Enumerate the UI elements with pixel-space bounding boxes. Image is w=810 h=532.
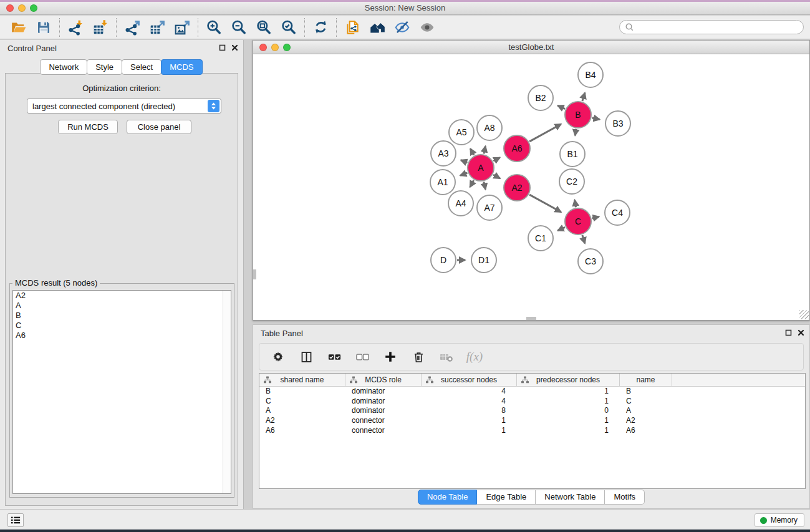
show-columns-button[interactable]	[297, 348, 315, 365]
edge-B-B1[interactable]	[575, 129, 576, 136]
zoom-selected-button[interactable]	[276, 17, 301, 37]
tab-network[interactable]: Network	[40, 59, 87, 75]
float-panel-icon[interactable]	[785, 329, 792, 336]
edge-B-B2[interactable]	[557, 105, 565, 109]
edge-C-C4[interactable]	[592, 217, 599, 219]
node-B[interactable]: B	[565, 102, 591, 128]
edge-A-A5[interactable]	[470, 148, 474, 155]
node-A2[interactable]: A2	[504, 175, 530, 201]
edge-C-C2[interactable]	[575, 200, 576, 208]
column-header-shared-name[interactable]: shared name	[259, 374, 345, 386]
node-B2[interactable]: B2	[528, 85, 553, 110]
node-B1[interactable]: B1	[560, 142, 585, 167]
table-row[interactable]: A6connector11A6	[259, 426, 805, 436]
result-item[interactable]: A6	[13, 331, 231, 341]
search-box[interactable]	[619, 20, 804, 34]
network-canvas[interactable]: B4B2BB3A8A5A6A3B1AC2A1A2A4A7C4CC1DD1C3	[253, 54, 809, 320]
result-item[interactable]: C	[13, 321, 231, 331]
edge-A2-C[interactable]	[529, 195, 561, 212]
canvas-horizontal-scrollbar[interactable]	[526, 317, 536, 320]
export-table-button[interactable]	[145, 17, 170, 37]
function-builder-button[interactable]: f(x)	[466, 348, 483, 365]
tab-network-table[interactable]: Network Table	[536, 490, 605, 505]
node-B4[interactable]: B4	[578, 62, 603, 87]
table-row[interactable]: Bdominator41B	[259, 387, 805, 397]
node-B3[interactable]: B3	[605, 111, 630, 136]
result-scrollbar[interactable]	[223, 291, 231, 493]
show-hide-button[interactable]	[415, 17, 440, 37]
edge-A-A1[interactable]	[460, 173, 467, 175]
memory-button[interactable]: Memory	[755, 513, 804, 527]
edge-B-B4[interactable]	[582, 93, 585, 101]
import-network-button[interactable]	[63, 17, 88, 37]
edge-A-A7[interactable]	[484, 181, 486, 189]
open-session-button[interactable]	[6, 17, 31, 37]
close-window-button[interactable]	[6, 4, 14, 12]
tab-edge-table[interactable]: Edge Table	[477, 490, 536, 505]
node-A5[interactable]: A5	[449, 120, 474, 145]
node-A4[interactable]: A4	[448, 191, 473, 216]
edge-A-A4[interactable]	[470, 180, 474, 187]
save-session-button[interactable]	[31, 17, 56, 37]
delete-table-button[interactable]	[438, 348, 455, 365]
zoom-fit-button[interactable]	[251, 17, 276, 37]
column-header-predecessor-nodes[interactable]: predecessor nodes	[517, 374, 620, 386]
result-item[interactable]: A	[13, 301, 231, 311]
result-item[interactable]: A2	[13, 291, 231, 301]
node-A[interactable]: A	[468, 155, 494, 181]
node-D[interactable]: D	[431, 248, 456, 273]
edge-B-B3[interactable]	[592, 118, 599, 120]
close-panel-icon[interactable]	[231, 44, 238, 51]
node-A8[interactable]: A8	[477, 115, 502, 140]
close-panel-button[interactable]: Close panel	[127, 120, 191, 134]
node-A7[interactable]: A7	[477, 195, 502, 220]
add-column-button[interactable]	[382, 348, 399, 365]
column-header-successor-nodes[interactable]: successor nodes	[422, 374, 517, 386]
node-C[interactable]: C	[565, 208, 591, 235]
edge-A6-B[interactable]	[529, 124, 561, 142]
mcds-result-list[interactable]: A2ABCA6	[12, 290, 231, 494]
network-window-titlebar[interactable]: testGlobe.txt	[253, 41, 809, 54]
export-image-button[interactable]	[170, 17, 195, 37]
resize-grip[interactable]	[799, 310, 809, 319]
edge-A-A6[interactable]	[493, 158, 499, 162]
zoom-out-button[interactable]	[226, 17, 251, 37]
tab-motifs[interactable]: Motifs	[605, 490, 645, 505]
close-view-button[interactable]	[259, 44, 267, 51]
node-A3[interactable]: A3	[431, 141, 456, 166]
table-row[interactable]: Adominator80A	[259, 406, 805, 416]
delete-column-button[interactable]	[410, 348, 427, 365]
import-table-button[interactable]	[88, 17, 113, 37]
tab-style[interactable]: Style	[87, 59, 122, 75]
export-network-button[interactable]	[120, 17, 145, 37]
node-A6[interactable]: A6	[504, 135, 530, 162]
table-row[interactable]: Cdominator41C	[259, 397, 805, 407]
close-panel-icon[interactable]	[798, 329, 804, 336]
clone-network-button[interactable]	[340, 17, 365, 37]
edge-A-A2[interactable]	[493, 175, 500, 178]
toggle-style-button[interactable]	[390, 17, 415, 37]
search-input[interactable]	[637, 23, 798, 32]
result-item[interactable]: B	[13, 311, 231, 321]
canvas-vertical-scrollbar[interactable]	[253, 269, 256, 279]
edge-C-C1[interactable]	[557, 227, 565, 230]
table-settings-button[interactable]	[269, 348, 287, 365]
run-mcds-button[interactable]: Run MCDS	[58, 120, 118, 134]
node-A1[interactable]: A1	[430, 170, 455, 195]
criterion-select[interactable]: largest connected component (directed)	[27, 99, 221, 114]
table-row[interactable]: A2connector11A2	[259, 416, 805, 426]
zoom-in-button[interactable]	[201, 17, 226, 37]
home-views-button[interactable]	[365, 17, 390, 37]
zoom-window-button[interactable]	[30, 4, 37, 12]
column-header-mcds-role[interactable]: MCDS role	[345, 374, 422, 386]
task-history-button[interactable]	[7, 513, 24, 527]
float-panel-icon[interactable]	[219, 44, 226, 51]
edge-A-A8[interactable]	[484, 146, 486, 153]
node-C2[interactable]: C2	[559, 169, 584, 194]
edge-A-A3[interactable]	[461, 160, 468, 163]
select-all-rows-button[interactable]	[325, 348, 343, 365]
node-C3[interactable]: C3	[578, 249, 603, 274]
node-D1[interactable]: D1	[471, 248, 496, 273]
tab-mcds[interactable]: MCDS	[161, 59, 202, 75]
minimize-window-button[interactable]	[18, 4, 26, 12]
